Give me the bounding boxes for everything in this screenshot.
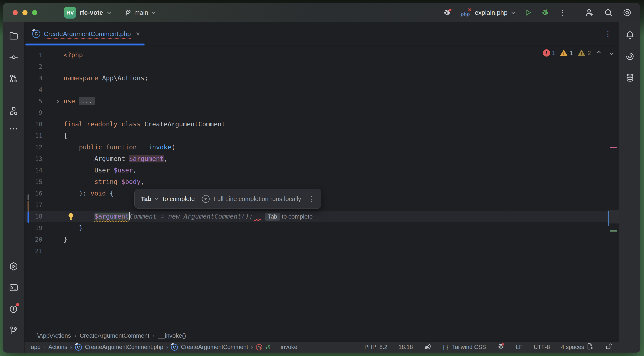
previous-problem-button[interactable]	[597, 51, 601, 55]
vcs-change-marker[interactable]	[28, 194, 29, 200]
code-line-18[interactable]: 18 $argumentComment = new ArgumentCommen…	[24, 211, 619, 222]
terminal-tool-icon[interactable]	[7, 281, 20, 294]
warning-icon: !	[560, 49, 568, 57]
code-line-15[interactable]: 15 string $body,	[24, 176, 619, 188]
code-line-16[interactable]: 16 ): void {	[24, 188, 619, 199]
structure-tool-icon[interactable]	[7, 105, 20, 117]
run-button[interactable]	[524, 8, 532, 17]
code-line-17[interactable]: 17	[24, 199, 619, 211]
status-path-item[interactable]: __invoke	[274, 344, 297, 350]
code-line-9[interactable]: 9	[24, 107, 619, 118]
indent-widget[interactable]: 4 spaces	[561, 342, 594, 352]
breadcrumb-item[interactable]: CreateArgumentComment	[80, 332, 150, 339]
tab-createargumentcomment[interactable]: CreateArgumentComment.php ×	[24, 22, 146, 46]
code-text: public function __invoke(	[64, 142, 175, 153]
code-editor[interactable]: 1<?php23namespace App\Actions;45›use ...…	[24, 46, 619, 330]
status-path-item[interactable]: Actions	[48, 344, 68, 350]
code-line-1[interactable]: 1<?php	[24, 49, 619, 61]
run-configuration-select[interactable]: explain.php	[461, 8, 514, 18]
code-line-2[interactable]: 2	[24, 61, 619, 72]
gutter-icon-area	[42, 165, 64, 176]
stripe-caret-mark[interactable]	[608, 211, 609, 226]
more-actions-menu[interactable]: ⋮	[558, 9, 566, 17]
vcs-change-marker[interactable]	[28, 201, 29, 211]
commit-tool-icon[interactable]	[7, 51, 20, 64]
breadcrumb-separator: ›	[70, 344, 72, 350]
code-line-13[interactable]: 13 Argument $argument,	[24, 153, 619, 165]
breadcrumb-item[interactable]: __invoke()	[158, 332, 186, 339]
token: User	[64, 166, 114, 174]
php-version-widget[interactable]: PHP: 8.2	[364, 344, 388, 350]
run-configuration-name: explain.php	[475, 9, 508, 16]
ai-assistant-icon[interactable]	[624, 50, 636, 63]
vcs-branch-widget[interactable]: main	[124, 9, 155, 17]
code-line-10[interactable]: 10final readonly class CreateArgumentCom…	[24, 118, 619, 130]
notifications-bell-icon[interactable]	[624, 29, 636, 42]
close-window-button[interactable]	[12, 10, 18, 15]
problems-tool-icon[interactable]	[7, 303, 20, 315]
next-problem-button[interactable]	[610, 51, 614, 55]
token: use	[64, 97, 79, 105]
minimize-window-button[interactable]	[22, 10, 28, 15]
popup-key: Tab	[141, 195, 152, 203]
debug-listener-off-icon[interactable]	[497, 342, 505, 352]
status-path-item[interactable]: app	[31, 344, 40, 350]
line-number: 9	[24, 107, 42, 118]
status-path-item[interactable]: CreateArgumentComment	[181, 344, 248, 350]
file-encoding-widget[interactable]: UTF-8	[534, 344, 550, 350]
services-tool-icon[interactable]	[7, 260, 20, 273]
pull-requests-tool-icon[interactable]	[7, 72, 20, 85]
stripe-mark-write-usage[interactable]	[610, 147, 617, 148]
code-line-3[interactable]: 3namespace App\Actions;	[24, 72, 619, 84]
code-line-4[interactable]: 4	[24, 84, 619, 95]
code-line-12[interactable]: 12 public function __invoke(	[24, 142, 619, 153]
tab-options-menu[interactable]: ⋮	[604, 30, 612, 38]
code-line-19[interactable]: 19 }	[24, 222, 619, 234]
settings-gear-icon[interactable]	[622, 8, 632, 17]
gutter-icon-area	[42, 176, 64, 188]
chevron-down-icon[interactable]	[155, 197, 158, 200]
error-squiggle-icon: ···	[254, 214, 260, 220]
unlock-icon[interactable]	[605, 342, 613, 352]
weak-warning-icon: !	[578, 49, 586, 57]
line-number: 20	[24, 234, 42, 245]
code-line-20[interactable]: 20}	[24, 234, 619, 245]
breadcrumb-item[interactable]: \App\Actions	[37, 332, 71, 339]
breadcrumb-separator: ›	[251, 344, 253, 350]
line-number: 1	[24, 49, 42, 61]
debug-button[interactable]	[541, 8, 550, 17]
project-tool-icon[interactable]	[7, 30, 20, 42]
file-settings-icon	[586, 342, 594, 352]
code-line-21[interactable]: 21	[24, 245, 619, 257]
weak-warning-count: 2	[588, 50, 591, 57]
database-tool-icon[interactable]	[624, 71, 636, 84]
code-with-me-icon[interactable]	[585, 8, 594, 17]
ai-assistant-disabled-icon[interactable]	[424, 342, 432, 352]
clock-widget[interactable]: 18:18	[398, 344, 413, 350]
gutter-icon-area	[42, 245, 64, 257]
project-widget[interactable]: RV rfc-vote	[64, 7, 110, 19]
popup-options-menu[interactable]: ⋮	[308, 195, 315, 202]
line-number: 12	[24, 142, 42, 153]
tailwind-css-widget[interactable]: { } Tailwind CSS	[443, 344, 486, 350]
code-line-11[interactable]: 11{	[24, 130, 619, 142]
version-control-tool-icon[interactable]	[7, 324, 20, 337]
close-tab-icon[interactable]: ×	[136, 30, 140, 38]
token: CreateArgumentComment	[144, 120, 225, 128]
caret-line-gutter-marker	[28, 211, 29, 223]
more-tool-windows-icon[interactable]: ⋯	[9, 126, 18, 131]
fold-chevron-icon[interactable]: ›	[56, 95, 60, 107]
zoom-window-button[interactable]	[32, 10, 37, 15]
no-debug-session-icon[interactable]	[442, 8, 452, 17]
stripe-mark-hint[interactable]	[610, 230, 617, 232]
intention-bulb-icon[interactable]	[66, 212, 75, 221]
branch-name: main	[134, 9, 148, 16]
code-line-14[interactable]: 14 User $user,	[24, 165, 619, 176]
line-separator-widget[interactable]: LF	[516, 344, 523, 350]
status-path-item[interactable]: CreateArgumentComment.php	[85, 344, 163, 350]
search-everywhere-icon[interactable]	[604, 8, 613, 17]
code-line-5[interactable]: 5›use ...	[24, 95, 619, 107]
inspections-widget[interactable]: !1 !1 !2	[543, 49, 613, 57]
braces-icon: { }	[443, 344, 448, 350]
warning-count: 1	[570, 50, 573, 57]
